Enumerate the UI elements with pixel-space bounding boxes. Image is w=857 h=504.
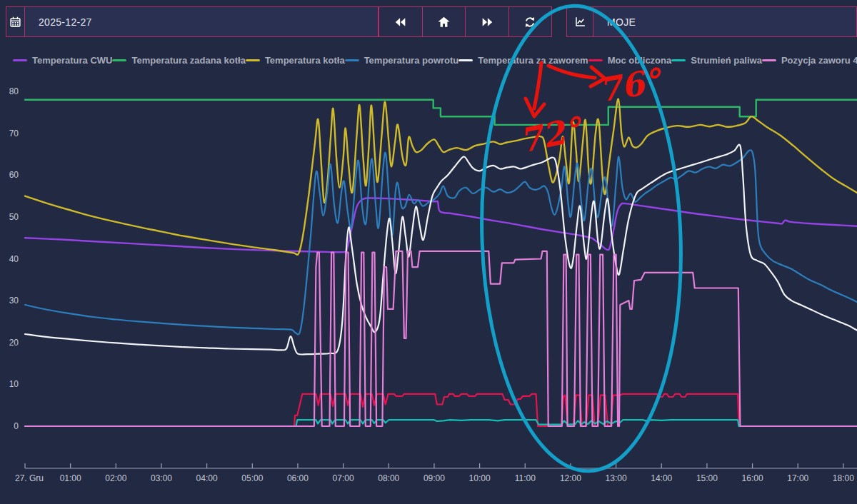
y-tick-label: 80: [9, 86, 19, 96]
x-tick-label: 13:00: [606, 473, 627, 483]
y-tick-label: 70: [9, 128, 19, 138]
x-tick-label: 03:00: [151, 473, 172, 483]
y-tick-label: 60: [9, 170, 19, 180]
x-tick-label: 07:00: [333, 473, 354, 483]
x-tick-label: 09:00: [424, 473, 445, 483]
x-tick-label: 02:00: [105, 473, 126, 483]
series-temperatura-powrotu: [25, 150, 857, 334]
x-tick-label: 17:00: [787, 473, 808, 483]
x-tick-label: 04:00: [196, 473, 218, 483]
series-temperatura-kotla: [25, 99, 857, 255]
x-tick-label: 06:00: [287, 473, 309, 483]
y-tick-label: 30: [9, 296, 19, 306]
series-temperatura-zadana-kotla: [25, 100, 857, 125]
y-tick-label: 40: [9, 254, 19, 264]
x-tick-label: 12:00: [560, 473, 581, 483]
y-tick-label: 50: [9, 212, 19, 222]
series-strumien-paliwa: [25, 420, 857, 426]
x-tick-label: 05:00: [241, 473, 263, 483]
x-tick-label: 10:00: [469, 473, 491, 483]
series-temperatura-cwu: [25, 198, 857, 252]
x-tick-label: 15:00: [696, 473, 718, 483]
x-tick-label: 01:00: [60, 473, 81, 483]
series-pozycja-zaworu-4d: [25, 251, 857, 426]
y-tick-label: 10: [9, 379, 19, 389]
y-tick-label: 20: [9, 338, 19, 348]
x-tick-label: 14:00: [651, 473, 672, 483]
x-tick-label: 18:00: [833, 473, 854, 483]
y-tick-label: 0: [14, 421, 19, 431]
x-tick-label: 08:00: [378, 473, 399, 483]
x-tick-label: 11:00: [515, 473, 536, 483]
chart-plot[interactable]: 0102030405060708027. Gru01:0002:0003:000…: [0, 0, 857, 504]
x-tick-label: 27. Gru: [15, 473, 44, 483]
x-tick-label: 16:00: [742, 473, 763, 483]
